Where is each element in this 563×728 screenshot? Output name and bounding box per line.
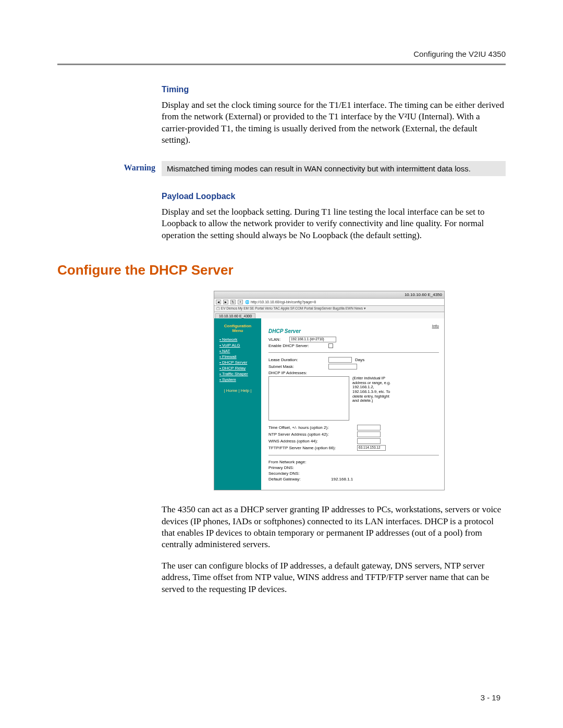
- ss-tab[interactable]: 10.10.10.60 E_4300: [215, 313, 255, 318]
- ss-sidebar: Configuration Menu • Network • VoIP ALG …: [214, 318, 261, 490]
- reload-icon[interactable]: ↻: [230, 300, 236, 304]
- dhcp-ip-textarea[interactable]: [268, 376, 349, 421]
- from-network-label: From Network page:: [268, 460, 306, 464]
- payload-heading: Payload Loopback: [162, 192, 506, 201]
- vlan-select[interactable]: 192.168.1.1 (id=2710): [289, 337, 336, 342]
- enable-checkbox[interactable]: [328, 343, 333, 348]
- url-text: 🌐 http://10.10.10.60/cgi-bin/config?page…: [245, 300, 316, 304]
- wins-input[interactable]: [357, 438, 381, 444]
- time-offset-label: Time Offset, +/- hours (option 2):: [268, 425, 357, 430]
- lease-unit: Days: [355, 357, 364, 362]
- nav-nat[interactable]: • NAT: [219, 349, 258, 353]
- ss-main-panel: Info DHCP Server VLAN: 192.168.1.1 (id=2…: [261, 318, 444, 490]
- running-header: Configuring the V2IU 4350: [57, 50, 506, 65]
- secondary-dns-label: Secondary DNS:: [268, 471, 300, 476]
- timing-paragraph: Display and set the clock timing source …: [162, 100, 506, 146]
- sidebar-title-1: Configuration: [224, 324, 251, 328]
- back-icon[interactable]: ◄: [216, 300, 221, 304]
- lease-label: Lease Duration:: [268, 357, 328, 362]
- ss-address-bar: ◄ ► ↻ + 🌐 http://10.10.10.60/cgi-bin/con…: [214, 299, 444, 306]
- dhcp-ip-label: DHCP IP Addresses:: [268, 371, 328, 375]
- warning-block: Warning Mismatched timing modes can resu…: [57, 161, 506, 176]
- gateway-value: 192.168.1.1: [331, 477, 353, 482]
- nav-voip-alg[interactable]: • VoIP ALG: [219, 343, 258, 348]
- ntp-input[interactable]: [357, 431, 381, 437]
- dhcp-ip-hint: (Enter individual IP address or range, e…: [352, 376, 393, 421]
- time-offset-input[interactable]: [357, 425, 381, 430]
- payload-paragraph: Display and set the loopback setting. Du…: [162, 206, 506, 241]
- warning-label: Warning: [57, 161, 162, 176]
- ss-bookmarks-bar: ▢ EV Demos My EM SE Portal Verio TAC App…: [214, 306, 444, 312]
- panel-title: DHCP Server: [268, 328, 439, 334]
- subnet-label: Subnet Mask:: [268, 364, 328, 369]
- home-help-links[interactable]: | Home | Help |: [217, 388, 258, 393]
- nav-traffic-shaper[interactable]: • Traffic Shaper: [219, 372, 258, 376]
- dhcp-paragraph-1: The 4350 can act as a DHCP server granti…: [162, 504, 506, 551]
- nav-dhcp-relay[interactable]: • DHCP Relay: [219, 366, 258, 371]
- tftp-label: TFTP/FTP Server Name (option 66):: [268, 446, 357, 450]
- lease-input[interactable]: [328, 357, 352, 363]
- tftp-input[interactable]: 63.114.153.12: [357, 445, 386, 451]
- dhcp-paragraph-2: The user can configure blocks of IP addr…: [162, 560, 506, 595]
- primary-dns-label: Primary DNS:: [268, 465, 294, 470]
- dhcp-heading: Configure the DHCP Server: [57, 262, 506, 278]
- warning-text: Mismatched timing modes can result in WA…: [162, 161, 506, 176]
- dhcp-screenshot: 10.10.10.60 E_4350 ◄ ► ↻ + 🌐 http://10.1…: [214, 291, 506, 490]
- nav-system[interactable]: • System: [219, 377, 258, 382]
- gateway-label: Default Gateway:: [268, 477, 331, 482]
- enable-label: Enable DHCP Server:: [268, 343, 328, 348]
- vlan-label: VLAN:: [268, 337, 289, 342]
- nav-dhcp-server[interactable]: • DHCP Server: [219, 360, 258, 365]
- nav-firewall[interactable]: • Firewall: [219, 354, 258, 359]
- nav-network[interactable]: • Network: [219, 337, 258, 342]
- page-number: 3 - 19: [481, 693, 500, 702]
- sidebar-title-2: Menu: [232, 328, 243, 333]
- timing-heading: Timing: [162, 85, 506, 94]
- ntp-label: NTP Server Address (option 42):: [268, 432, 357, 437]
- add-icon[interactable]: +: [238, 300, 243, 304]
- forward-icon[interactable]: ►: [223, 300, 228, 304]
- info-link[interactable]: Info: [268, 324, 439, 328]
- wins-label: WINS Address (option 44):: [268, 439, 357, 443]
- ss-window-title: 10.10.10.60 E_4350: [405, 292, 442, 297]
- subnet-input[interactable]: [328, 364, 357, 369]
